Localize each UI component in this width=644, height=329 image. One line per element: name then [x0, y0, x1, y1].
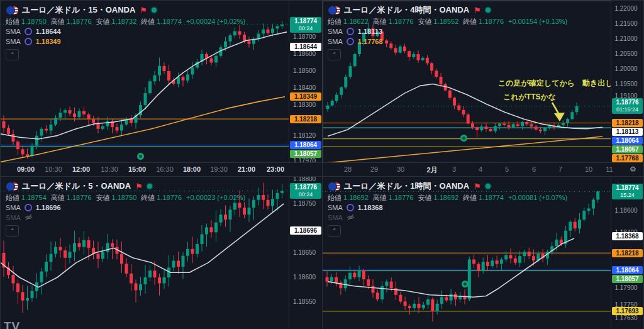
sma-row-2[interactable]: SMA1.17768	[328, 36, 567, 47]
collapse-pane-button[interactable]: ⌃	[328, 225, 341, 237]
annotation-text-line2[interactable]: これがTTSかな	[503, 92, 556, 101]
chart-panel-15m[interactable]: 1.188001.187001.186001.185001.184001.183…	[1, 1, 322, 176]
eye-off-icon[interactable]	[347, 213, 355, 223]
ohlc-value: 1.18622	[343, 18, 369, 25]
time-label: 2月	[426, 165, 437, 175]
price-tag-value: 1.18776	[612, 98, 643, 106]
sma-label: SMA	[328, 38, 343, 45]
sma-label: SMA	[328, 214, 343, 221]
change-value: +0.00023 (+0.02%)	[186, 194, 245, 201]
tradingview-logo[interactable]: TV	[4, 320, 20, 329]
ohlc-label: 高値	[51, 17, 65, 26]
sma-value: 1.17768	[358, 38, 383, 45]
collapse-pane-button[interactable]: ⌃	[6, 225, 19, 237]
time-label: 19:30	[210, 165, 228, 173]
sma-indicator-icon[interactable]	[347, 28, 354, 35]
ohlc-label: 終値	[141, 17, 155, 26]
tradingview-multichart-screen: TV 1.188001.187001.186001.185001.184001.…	[0, 0, 644, 329]
ohlc-value: 1.18732	[112, 18, 137, 25]
price-scale-1h[interactable]: 1.188001.186001.184001.179001.177501.176…	[611, 177, 643, 329]
alert-marker-center	[139, 155, 142, 158]
alert-marker-icon[interactable]	[137, 153, 144, 160]
ohlc-label: 始値	[6, 193, 19, 203]
price-tag-value: 1.18218	[612, 249, 643, 257]
sma-white-line[interactable]	[328, 238, 574, 297]
price-tag-value: 1.18774	[612, 184, 643, 192]
collapse-pane-button[interactable]: ⌃	[328, 49, 341, 60]
annotation-arrow[interactable]	[552, 103, 559, 114]
chart-panel-5m[interactable]: 1.188001.187501.186501.186001.185501.187…	[1, 177, 322, 329]
sma-row-2[interactable]: SMA	[6, 213, 245, 223]
sma-orange-line[interactable]	[1, 97, 285, 162]
symbol-row[interactable]: ユーロ／米ドル・15・OANDA⚑	[6, 4, 245, 16]
market-open-status-dot	[486, 184, 491, 189]
collapse-pane-button[interactable]: ⌃	[6, 49, 19, 60]
price-tick: 1.21500	[611, 20, 641, 27]
panel-header-15m: ユーロ／米ドル・15・OANDA⚑始値1.18750高値1.18776安値1.1…	[6, 4, 245, 60]
sma-row-2[interactable]: SMA1.18349	[6, 36, 245, 47]
time-axis-15m[interactable]: 09:0010:3012:0013:3015:0016:3018:0019:30…	[1, 162, 322, 176]
symbol-row[interactable]: ユーロ／米ドル・4時間・OANDA⚑	[328, 4, 567, 16]
gear-icon[interactable]: ⚙	[630, 165, 636, 174]
chart-panel-1h[interactable]: 1.188001.186001.184001.179001.177501.176…	[323, 177, 643, 329]
alert-marker-icon[interactable]	[460, 135, 467, 142]
sma-indicator-icon[interactable]	[25, 28, 32, 35]
panel-title[interactable]: ユーロ／米ドル・5・OANDA	[22, 181, 131, 192]
price-tag-value: 1.18218	[290, 115, 321, 123]
sma-indicator-icon[interactable]	[25, 38, 32, 45]
price-scale-5m[interactable]: 1.188001.187501.186501.186001.185501.187…	[289, 177, 322, 329]
flag-icon[interactable]: ⚑	[140, 6, 147, 14]
price-tick: 1.18600	[289, 274, 319, 281]
ohlc-label: 終値	[463, 193, 477, 203]
price-tag: 1.18064	[290, 141, 321, 149]
panel-title[interactable]: ユーロ／米ドル・1時間・OANDA	[344, 181, 469, 192]
sma-indicator-icon[interactable]	[25, 204, 32, 211]
panel-header-4h: ユーロ／米ドル・4時間・OANDA⚑始値1.18622高値1.18776安値1.…	[328, 4, 567, 60]
sma-row-1[interactable]: SMA1.18368	[328, 203, 567, 213]
symbol-row[interactable]: ユーロ／米ドル・5・OANDA⚑	[6, 180, 245, 192]
price-tick: 1.18600	[611, 207, 641, 214]
panel-title[interactable]: ユーロ／米ドル・15・OANDA	[22, 4, 135, 16]
price-tag: 1.18064	[612, 266, 643, 274]
price-tag: 1.18064	[612, 137, 643, 145]
ohlc-value: 1.18776	[157, 194, 182, 201]
flag-icon[interactable]: ⚑	[474, 182, 481, 191]
sma-indicator-icon[interactable]	[347, 204, 354, 211]
time-label: 3	[452, 165, 456, 173]
price-tag-value: 1.18057	[612, 145, 643, 153]
ohlc-row: 始値1.18750高値1.18776安値1.18732終値1.18774+0.0…	[6, 16, 245, 26]
ohlc-value: 1.18750	[21, 18, 47, 25]
flag-icon[interactable]: ⚑	[474, 6, 481, 14]
panel-title[interactable]: ユーロ／米ドル・4時間・OANDA	[344, 4, 469, 16]
market-open-status-dot	[152, 8, 157, 13]
sma-row-1[interactable]: SMA1.18113	[328, 26, 567, 36]
sma-row-2[interactable]: SMA	[328, 213, 567, 223]
eye-off-icon[interactable]	[25, 213, 33, 223]
price-scale-4h[interactable]: 1.220001.215001.210001.205001.200001.195…	[611, 1, 643, 162]
price-scale-15m[interactable]: 1.188001.187001.186001.185001.184001.183…	[289, 1, 322, 162]
price-tick: 1.18800	[289, 177, 319, 182]
sma-value: 1.18696	[36, 204, 61, 211]
sma-value: 1.18368	[358, 204, 383, 211]
price-tag-value: 1.18064	[612, 266, 643, 274]
price-tag-value: 1.18057	[290, 150, 321, 158]
sma-value: 1.18644	[36, 28, 61, 35]
price-tick: 1.18650	[289, 249, 319, 256]
price-tag-value: 1.18696	[290, 226, 321, 235]
ohlc-value: 1.18754	[21, 194, 47, 201]
alert-marker-center	[464, 282, 467, 286]
alert-marker-icon[interactable]	[462, 281, 469, 287]
time-label: 5	[505, 165, 509, 173]
chart-panel-4h[interactable]: この足が確定してから 動き出したこれがTTSかな1.220001.215001.…	[323, 1, 643, 176]
change-value: +0.00024 (+0.02%)	[186, 18, 245, 25]
eu-flag-icon	[6, 6, 15, 15]
sma-indicator-icon[interactable]	[347, 38, 354, 45]
alert-marker-center	[462, 137, 465, 140]
flag-icon[interactable]: ⚑	[135, 182, 143, 191]
symbol-row[interactable]: ユーロ／米ドル・1時間・OANDA⚑	[328, 180, 567, 192]
sma-row-1[interactable]: SMA1.18644	[6, 26, 245, 36]
time-axis-4h[interactable]: 2829302月345671011⚙	[323, 162, 643, 176]
ohlc-value: 1.18776	[479, 18, 504, 25]
sma-row-1[interactable]: SMA1.18696	[6, 203, 245, 213]
annotation-text-line1[interactable]: この足が確定してから 動き出した	[498, 79, 611, 87]
